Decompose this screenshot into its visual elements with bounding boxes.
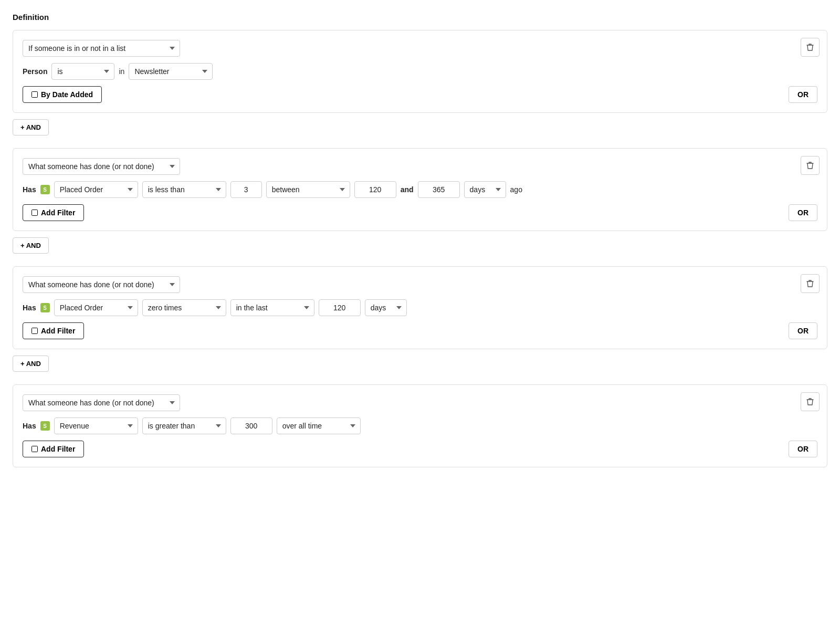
block3-condition-select[interactable]: zero times bbox=[142, 299, 226, 316]
condition-block-1: If someone is in or not in a list Person… bbox=[13, 30, 827, 113]
svg-rect-2 bbox=[32, 328, 38, 334]
block2-and-label: and bbox=[401, 185, 414, 194]
delete-block-2-button[interactable] bbox=[801, 156, 820, 175]
block2-add-filter-button[interactable]: Add Filter bbox=[23, 204, 84, 221]
block3-days-unit-select[interactable]: days bbox=[365, 299, 407, 316]
block4-add-filter-button[interactable]: Add Filter bbox=[23, 441, 84, 457]
condition-block-3: What someone has done (or not done) Has … bbox=[13, 266, 827, 349]
page-title: Definition bbox=[13, 13, 827, 22]
block1-person-row: Person is in Newsletter bbox=[23, 63, 817, 80]
block1-filter-actions: By Date Added OR bbox=[23, 86, 817, 103]
block4-has-label: Has bbox=[23, 422, 36, 430]
block3-has-row: Has S Placed Order zero times in the las… bbox=[23, 299, 817, 316]
block3-event-select[interactable]: Placed Order bbox=[54, 299, 138, 316]
block3-top-row: What someone has done (or not done) bbox=[23, 276, 817, 293]
block4-event-select[interactable]: Revenue bbox=[54, 417, 138, 434]
block1-type-select[interactable]: If someone is in or not in a list bbox=[23, 40, 180, 57]
block1-top-row: If someone is in or not in a list bbox=[23, 40, 817, 57]
block2-ago-label: ago bbox=[510, 185, 522, 194]
block4-condition-select[interactable]: is greater than bbox=[142, 417, 226, 434]
block3-add-filter-button[interactable]: Add Filter bbox=[23, 322, 84, 339]
person-label: Person bbox=[23, 67, 47, 76]
svg-rect-0 bbox=[32, 92, 38, 98]
block2-from-days-input[interactable] bbox=[354, 181, 396, 198]
block4-filter-actions: Add Filter OR bbox=[23, 441, 817, 457]
block1-list-select[interactable]: Newsletter bbox=[129, 63, 213, 80]
block2-days-unit-select[interactable]: days bbox=[464, 181, 506, 198]
condition-block-2: What someone has done (or not done) Has … bbox=[13, 148, 827, 231]
delete-block-4-button[interactable] bbox=[801, 392, 820, 411]
block2-top-row: What someone has done (or not done) bbox=[23, 158, 817, 175]
shopify-icon-block2: S bbox=[40, 185, 50, 194]
svg-rect-1 bbox=[32, 210, 38, 216]
block4-time-condition-select[interactable]: over all time bbox=[277, 417, 361, 434]
svg-rect-3 bbox=[32, 446, 38, 452]
and-button-2[interactable]: + AND bbox=[13, 237, 49, 254]
block1-by-date-button[interactable]: By Date Added bbox=[23, 86, 102, 103]
block3-has-label: Has bbox=[23, 304, 36, 312]
block4-value-input[interactable] bbox=[230, 417, 272, 434]
block4-type-select[interactable]: What someone has done (or not done) bbox=[23, 394, 180, 411]
block2-or-button[interactable]: OR bbox=[789, 204, 817, 221]
block2-to-days-input[interactable] bbox=[418, 181, 460, 198]
block3-or-button[interactable]: OR bbox=[789, 322, 817, 339]
block2-has-row: Has S Placed Order is less than between … bbox=[23, 181, 817, 198]
block2-filter-actions: Add Filter OR bbox=[23, 204, 817, 221]
block4-has-row: Has S Revenue is greater than over all t… bbox=[23, 417, 817, 434]
block2-type-select[interactable]: What someone has done (or not done) bbox=[23, 158, 180, 175]
delete-block-1-button[interactable] bbox=[801, 38, 820, 57]
block1-or-button[interactable]: OR bbox=[789, 86, 817, 103]
block1-person-is-select[interactable]: is bbox=[51, 63, 114, 80]
block2-condition-select[interactable]: is less than bbox=[142, 181, 226, 198]
and-button-2-container: + AND bbox=[13, 237, 827, 260]
block3-value-input[interactable] bbox=[319, 299, 361, 316]
block4-top-row: What someone has done (or not done) bbox=[23, 394, 817, 411]
and-button-1-container: + AND bbox=[13, 119, 827, 142]
condition-block-4: What someone has done (or not done) Has … bbox=[13, 384, 827, 467]
block3-type-select[interactable]: What someone has done (or not done) bbox=[23, 276, 180, 293]
block2-has-label: Has bbox=[23, 185, 36, 194]
block2-value-input[interactable] bbox=[230, 181, 262, 198]
and-button-3[interactable]: + AND bbox=[13, 356, 49, 372]
and-button-1[interactable]: + AND bbox=[13, 119, 49, 135]
shopify-icon-block3: S bbox=[40, 303, 50, 312]
delete-block-3-button[interactable] bbox=[801, 274, 820, 293]
block2-time-condition-select[interactable]: between bbox=[266, 181, 350, 198]
block2-event-select[interactable]: Placed Order bbox=[54, 181, 138, 198]
block3-filter-actions: Add Filter OR bbox=[23, 322, 817, 339]
and-button-3-container: + AND bbox=[13, 356, 827, 378]
block3-time-condition-select[interactable]: in the last bbox=[230, 299, 314, 316]
block4-or-button[interactable]: OR bbox=[789, 441, 817, 457]
in-label: in bbox=[119, 67, 124, 76]
shopify-icon-block4: S bbox=[40, 421, 50, 431]
